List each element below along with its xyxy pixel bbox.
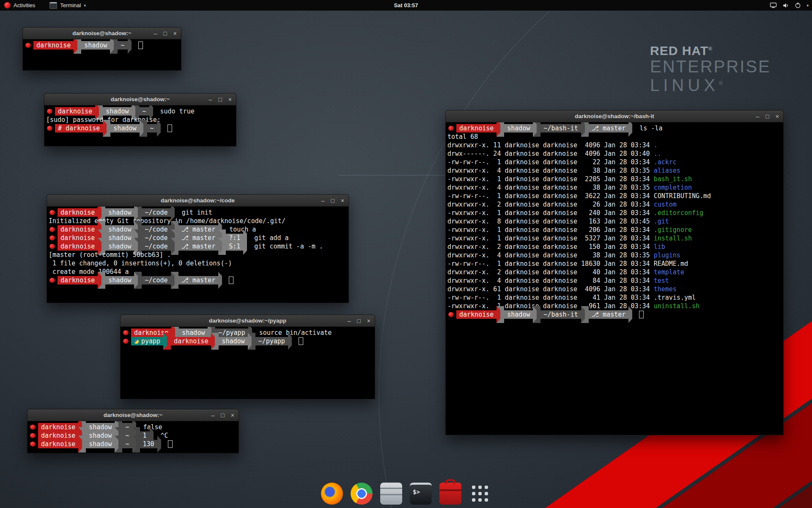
output-text: -rwxrwxr-x. 1 darknoise darknoise 240 Ja…: [447, 209, 654, 217]
terminal-body[interactable]: darknoiseshadow~falsedarknoiseshadow~1^C…: [27, 421, 239, 453]
activities-button[interactable]: Activities: [4, 2, 35, 8]
prompt-segment: # darknoise: [55, 124, 103, 133]
prompt-segment: ~: [139, 107, 149, 116]
prompt-segment: ~/code: [142, 242, 170, 251]
output-text: -rw-rw-r--. 1 darknoise darknoise 18630 …: [447, 260, 654, 268]
terminal-window-home-2: darknoise@shadow:~ – □ × darknoiseshadow…: [27, 409, 239, 453]
output-text: drwxrwxr-x. 2 darknoise darknoise 40 Jan…: [447, 268, 654, 276]
output-text: -rwxrwxr-x. 1 darknoise darknoise 961 Ja…: [447, 302, 654, 310]
prompt-segment: shadow: [105, 225, 134, 234]
clock[interactable]: Sat 03:57: [394, 2, 418, 8]
minimize-button[interactable]: –: [154, 30, 157, 36]
prompt-segment: shadow: [110, 124, 139, 133]
output-text: CONTRIBUTING.md: [654, 192, 711, 200]
maximize-button[interactable]: □: [163, 30, 167, 36]
maximize-button[interactable]: □: [218, 97, 222, 102]
prompt-segment: shadow: [105, 276, 134, 284]
window-titlebar[interactable]: darknoise@shadow:~ – □ ×: [27, 409, 239, 421]
redhat-prompt-icon: [448, 126, 454, 131]
terminal-output-line: -rw-rw-r--. 1 darknoise darknoise 41 Jan…: [447, 293, 782, 302]
powerline-arrow-icon: [98, 272, 105, 289]
toolbox-icon[interactable]: [439, 483, 461, 505]
maximize-button[interactable]: □: [357, 318, 360, 324]
window-titlebar[interactable]: darknoise@shadow:~/code – □ ×: [47, 195, 348, 207]
prompt-segment: ~/code: [142, 234, 170, 242]
output-text: [master (root-commit) 50bcb63] .: [49, 251, 171, 259]
terminal-cursor: [138, 41, 143, 49]
prompt-segment: darknoise: [38, 431, 78, 440]
terminal-cursor: [639, 311, 644, 318]
terminal-body[interactable]: darknoiseshadow~sudo true[sudo] password…: [44, 105, 236, 146]
window-titlebar[interactable]: darknoise@shadow:~ – □ ×: [23, 28, 181, 39]
minimize-button[interactable]: –: [321, 198, 325, 204]
output-text: README.md: [654, 260, 688, 268]
terminal-output-line: [master (root-commit) 50bcb63] .: [49, 251, 347, 259]
output-text: bash_it.sh: [654, 175, 692, 183]
output-text: drwxrwxr-x. 8 darknoise darknoise 163 Ja…: [447, 218, 654, 225]
minimize-button[interactable]: –: [348, 318, 351, 324]
prompt-segment: darknoise: [38, 440, 78, 448]
prompt-segment: darknoise: [456, 124, 497, 133]
powerline-arrow-icon: [248, 333, 255, 350]
close-button[interactable]: ×: [228, 97, 232, 102]
powerline-arrow-icon: [243, 238, 251, 255]
output-text: drwxrwxr-x. 4 darknoise darknoise 38 Jan…: [447, 184, 654, 191]
maximize-button[interactable]: □: [221, 412, 224, 418]
prompt-segment: ~/code: [142, 276, 170, 284]
prompt-segment: shadow: [504, 310, 533, 319]
output-text: lib: [654, 243, 665, 251]
close-button[interactable]: ×: [341, 198, 344, 204]
window-titlebar[interactable]: darknoise@shadow:~/pyapp – □ ×: [121, 315, 375, 327]
close-button[interactable]: ×: [367, 318, 370, 324]
minimize-button[interactable]: –: [756, 113, 760, 119]
terminal-body[interactable]: darknoiseshadow~: [23, 39, 181, 70]
window-titlebar[interactable]: darknoise@shadow:~ – □ ×: [44, 94, 236, 105]
redhat-prompt-icon: [49, 278, 55, 283]
output-text: test: [654, 277, 669, 284]
terminal-output-line: -rwxrwxr-x. 1 darknoise darknoise 5327 J…: [447, 234, 782, 243]
prompt-segment: ~/code: [142, 208, 170, 217]
terminal-output-line: drwxrwxr-x. 2 darknoise darknoise 40 Jan…: [447, 268, 782, 276]
terminal-output-line: drwxrwxr-x. 4 darknoise darknoise 38 Jan…: [447, 166, 782, 175]
output-text: drwxrwxr-x. 2 darknoise darknoise 26 Jan…: [447, 201, 654, 208]
output-text: -rw-rw-r--. 1 darknoise darknoise 22 Jan…: [447, 158, 654, 166]
prompt-segment: ⎇ master: [589, 310, 629, 319]
maximize-button[interactable]: □: [331, 198, 334, 204]
files-icon[interactable]: [380, 483, 402, 505]
prompt-segment: shadow: [179, 329, 208, 337]
output-text: 1 file changed, 0 insertions(+), 0 delet…: [49, 260, 232, 267]
window-titlebar[interactable]: darknoise@shadow:~/bash-it – □ ×: [446, 110, 783, 122]
terminal-body[interactable]: darknoiseshadow~/bash-it⎇ masterls -lato…: [446, 122, 783, 435]
prompt-segment: shadow: [86, 423, 115, 431]
app-menu-terminal[interactable]: Terminal ▾: [49, 2, 86, 9]
redhat-prompt-icon: [123, 330, 129, 335]
terminal-body[interactable]: darknoiseshadow~/pyappsource bin/activat…: [121, 327, 375, 399]
prompt-segment: darknoise: [58, 242, 98, 251]
chrome-icon[interactable]: [351, 483, 373, 505]
terminal-prompt-line: darknoiseshadow~130: [29, 440, 237, 448]
prompt-segment: shadow: [86, 431, 115, 440]
terminal-body[interactable]: darknoiseshadow~/codegit initInitialized…: [47, 207, 348, 303]
system-status-area[interactable]: ▾: [770, 0, 809, 11]
firefox-icon[interactable]: [321, 483, 343, 505]
close-button[interactable]: ×: [231, 412, 234, 418]
redhat-prompt-icon: [49, 210, 55, 215]
minimize-button[interactable]: –: [209, 97, 212, 102]
prompt-segment: shadow: [103, 107, 132, 116]
minimize-button[interactable]: –: [211, 412, 215, 418]
maximize-button[interactable]: □: [765, 113, 769, 119]
terminal-output-line: drwxrwxr-x. 61 darknoise darknoise 4096 …: [447, 285, 782, 293]
output-text: plugins: [654, 251, 680, 259]
powerline-arrow-icon: [128, 39, 135, 54]
output-text: .travis.yml: [654, 294, 696, 301]
app-grid-icon[interactable]: [469, 483, 491, 505]
registered-mark: ®: [719, 80, 727, 86]
terminal-icon[interactable]: $>: [410, 483, 432, 505]
output-text: install.sh: [654, 235, 692, 242]
close-button[interactable]: ×: [776, 113, 779, 119]
prompt-segment: darknoise: [171, 337, 211, 345]
powerline-arrow-icon: [140, 120, 147, 137]
close-button[interactable]: ×: [173, 30, 177, 36]
output-text: custom: [654, 201, 677, 208]
output-text: drwxrwxr-x. 4 darknoise darknoise 38 Jan…: [447, 251, 654, 259]
